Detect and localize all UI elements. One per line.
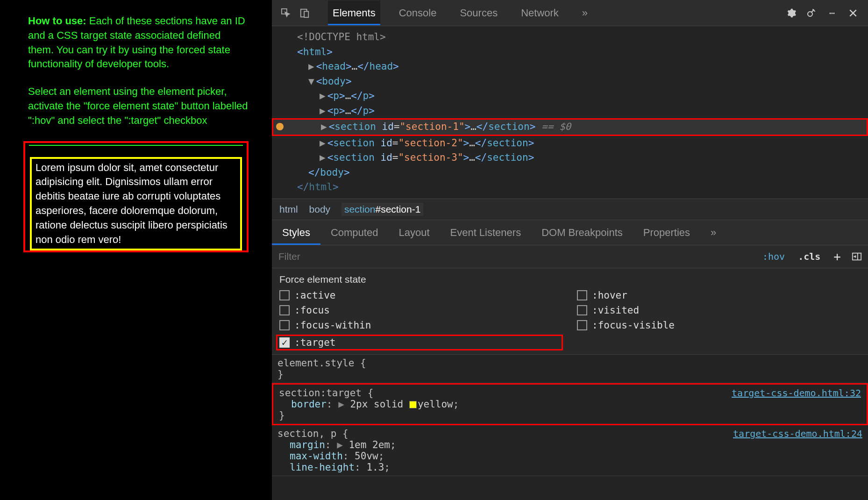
dom-section-1-selected[interactable]: ▶<section id="section-1">…</section> == … [272, 118, 868, 136]
section-1-content: Lorem ipsum dolor sit, amet consectetur … [30, 157, 242, 251]
dom-body-open[interactable]: ▼<body> [272, 74, 868, 89]
sidebar-toggle-icon[interactable] [851, 251, 862, 262]
checkbox-icon[interactable] [279, 320, 290, 330]
source-link[interactable]: target-css-demo.html:32 [732, 387, 861, 399]
cls-toggle-button[interactable]: .cls [795, 250, 823, 263]
rule-section-p[interactable]: target-css-demo.html:24 section, p { mar… [272, 425, 868, 476]
instructions-paragraph: Select an element using the element pick… [28, 85, 249, 128]
checkbox-icon[interactable] [577, 320, 587, 330]
state-focus-within[interactable]: :focus-within [279, 320, 563, 331]
tab-layout[interactable]: Layout [388, 220, 440, 245]
state-checkbox-grid: :active :hover :focus :visited :focus-wi… [279, 290, 861, 350]
tab-sources[interactable]: Sources [455, 0, 502, 25]
svg-rect-2 [304, 11, 308, 17]
crumb-html[interactable]: html [279, 204, 298, 215]
checkbox-icon[interactable] [279, 290, 290, 300]
dom-section-3[interactable]: ▶<section id="section-3">…</section> [272, 150, 868, 165]
checkbox-icon[interactable] [577, 305, 587, 315]
howto-paragraph: How to use: Each of these sections have … [28, 14, 249, 71]
tab-properties[interactable]: Properties [633, 220, 700, 245]
tab-network[interactable]: Network [516, 0, 563, 25]
tab-computed[interactable]: Computed [320, 220, 389, 245]
styles-filter-input[interactable] [277, 248, 752, 265]
dom-tree[interactable]: <!DOCTYPE html> <html> ▶<head>…</head> ▼… [272, 26, 868, 199]
tab-dom-breakpoints[interactable]: DOM Breakpoints [531, 220, 633, 245]
source-link[interactable]: target-css-demo.html:24 [733, 428, 862, 439]
tab-styles[interactable]: Styles [272, 220, 320, 245]
devtools-panel: Elements Console Sources Network » ⋯ <!D… [272, 0, 868, 500]
inspect-element-icon[interactable] [280, 7, 292, 19]
settings-icon[interactable] [786, 7, 797, 19]
page-content-panel: How to use: Each of these sections have … [0, 0, 272, 500]
dom-section-2[interactable]: ▶<section id="section-2">…</section> [272, 136, 868, 151]
state-active[interactable]: :active [279, 290, 563, 301]
issues-icon[interactable] [806, 7, 818, 19]
styles-tabs: Styles Computed Layout Event Listeners D… [272, 220, 868, 245]
tab-elements[interactable]: Elements [328, 0, 380, 25]
state-focus-visible[interactable]: :focus-visible [577, 320, 861, 331]
force-element-state-panel: Force element state :active :hover :focu… [272, 268, 868, 355]
dom-body-close[interactable]: </body> [272, 165, 868, 180]
dom-doctype[interactable]: <!DOCTYPE html> [272, 30, 868, 45]
tab-console[interactable]: Console [394, 0, 441, 25]
force-state-title: Force element state [279, 274, 861, 285]
state-visited[interactable]: :visited [577, 305, 861, 316]
dom-p-2[interactable]: ▶<p>…</p> [272, 104, 868, 119]
divider [29, 145, 243, 146]
rule-element-style[interactable]: element.style { } [272, 355, 868, 383]
close-devtools-icon[interactable] [847, 7, 859, 19]
dom-breadcrumb: html body section#section-1 [272, 199, 868, 220]
dom-p-1[interactable]: ▶<p>…</p> [272, 89, 868, 104]
more-options-icon[interactable]: ⋯ [827, 7, 838, 19]
toolbar-right-icons: ⋯ [786, 7, 868, 19]
crumb-body[interactable]: body [309, 204, 331, 215]
dom-html-open[interactable]: <html> [272, 45, 868, 60]
howto-label: How to use: [28, 15, 86, 27]
state-hover[interactable]: :hover [577, 290, 861, 301]
styles-rules-pane: element.style { } target-css-demo.html:3… [272, 355, 868, 476]
new-style-rule-button[interactable]: + [831, 249, 844, 264]
checkbox-icon[interactable] [279, 305, 290, 315]
checkbox-checked-icon[interactable]: ✓ [279, 337, 290, 348]
devtools-tabs: Elements Console Sources Network » [319, 0, 786, 25]
dom-head[interactable]: ▶<head>…</head> [272, 59, 868, 74]
toolbar-left-icons [272, 7, 319, 19]
checkbox-icon[interactable] [577, 290, 587, 300]
device-toolbar-icon[interactable] [299, 7, 310, 19]
styles-filter-bar: :hov .cls + [272, 245, 868, 268]
tabs-overflow[interactable]: » [577, 0, 592, 25]
color-swatch-icon[interactable] [409, 401, 417, 408]
tab-event-listeners[interactable]: Event Listeners [440, 220, 532, 245]
crumb-section-1[interactable]: section#section-1 [342, 203, 423, 216]
dom-html-close[interactable]: </html> [272, 180, 868, 195]
section-1-highlight: Lorem ipsum dolor sit, amet consectetur … [23, 141, 249, 253]
state-focus[interactable]: :focus [279, 305, 563, 316]
styles-tabs-overflow[interactable]: » [700, 220, 726, 245]
hov-toggle-button[interactable]: :hov [760, 250, 788, 263]
forced-state-marker-icon [276, 123, 284, 130]
devtools-toolbar: Elements Console Sources Network » ⋯ [272, 0, 868, 26]
state-target[interactable]: ✓:target [276, 335, 563, 350]
rule-section-target[interactable]: target-css-demo.html:32 section:target {… [272, 383, 868, 425]
